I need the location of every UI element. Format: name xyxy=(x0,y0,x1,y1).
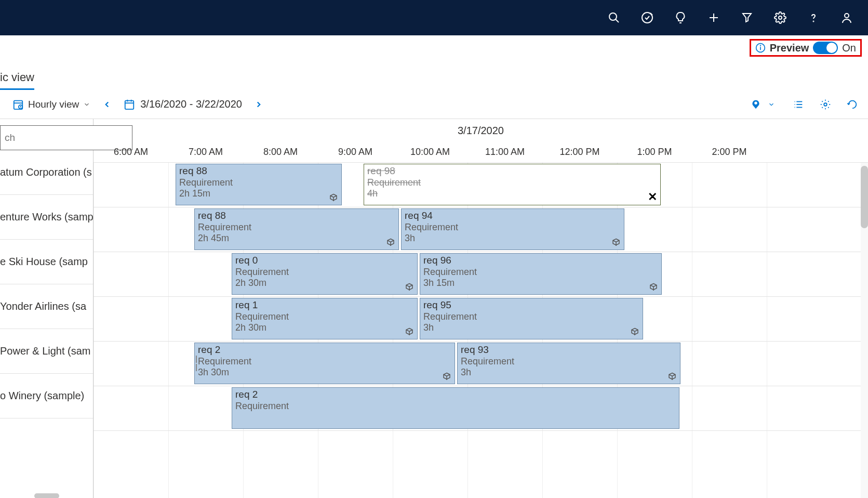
driving-dropdown[interactable] xyxy=(765,98,778,111)
schedule-grid: req 88Requirement2h 15mreq 98Requirement… xyxy=(94,163,868,498)
idea-icon[interactable] xyxy=(674,11,687,24)
booking-block[interactable]: req 88Requirement2h 45m xyxy=(194,208,399,250)
hour-cell: 8:00 AM xyxy=(243,142,318,162)
svg-line-1 xyxy=(616,19,619,22)
hour-cell: 11:00 AM xyxy=(468,142,542,162)
search-icon[interactable] xyxy=(607,11,621,24)
svg-line-3 xyxy=(650,13,652,15)
resource-hscroll[interactable] xyxy=(34,493,59,498)
timeline-vscroll[interactable] xyxy=(861,163,868,498)
help-icon[interactable] xyxy=(807,11,820,24)
booking-block[interactable]: req 95Requirement3h xyxy=(420,298,643,339)
resource-name: Yonder Airlines (sa xyxy=(0,300,86,312)
resource-row[interactable]: enture Works (samp xyxy=(0,195,93,240)
svg-point-25 xyxy=(824,103,827,106)
resource-name: atum Corporation (s xyxy=(0,166,92,178)
hour-cell: 10:00 AM xyxy=(393,142,468,162)
booking-subtitle: Requirement xyxy=(423,267,658,278)
resource-name: o Winery (sample) xyxy=(0,390,84,402)
hour-cell: 1:00 PM xyxy=(617,142,692,162)
add-icon[interactable] xyxy=(707,11,720,24)
date-range-picker[interactable]: 3/16/2020 - 3/22/2020 xyxy=(124,98,242,110)
booking-block[interactable]: req 94Requirement3h xyxy=(401,208,624,250)
booking-duration: 2h 15m xyxy=(179,188,338,200)
booking-duration: 2h 30m xyxy=(235,322,414,334)
preview-label: Preview xyxy=(770,42,809,54)
board-toolbar: Hourly view 3/16/2020 - 3/22/2020 xyxy=(0,90,868,119)
booking-title: req 0 xyxy=(235,255,414,267)
booking-subtitle: Requirement xyxy=(461,356,677,368)
booking-subtitle: Requirement xyxy=(235,267,414,278)
prev-week-button[interactable] xyxy=(100,97,114,112)
booking-block[interactable]: req 2Requirement3h 30m xyxy=(194,343,455,384)
hour-cell: 12:00 PM xyxy=(542,142,617,162)
list-view-icon[interactable] xyxy=(792,98,805,111)
booking-title: req 88 xyxy=(198,210,395,222)
chevron-down-icon xyxy=(83,101,90,108)
cube-icon xyxy=(329,193,339,204)
close-icon[interactable]: ✕ xyxy=(648,190,657,204)
refresh-icon[interactable] xyxy=(846,98,859,111)
booking-title: req 93 xyxy=(461,344,677,356)
booking-title: req 88 xyxy=(179,165,338,177)
next-week-button[interactable] xyxy=(251,97,266,112)
booking-title: req 96 xyxy=(423,255,658,267)
resource-column: atum Corporation (s enture Works (samp e… xyxy=(0,119,94,498)
booking-subtitle: Requirement xyxy=(235,311,414,323)
svg-point-8 xyxy=(845,14,849,18)
booking-title: req 95 xyxy=(423,299,639,311)
booking-duration: 3h 30m xyxy=(198,367,451,378)
booking-block[interactable]: req 93Requirement3h xyxy=(457,343,680,384)
hour-cell: 6:00 AM xyxy=(94,142,168,162)
view-mode-label: Hourly view xyxy=(28,99,79,110)
booking-block[interactable]: req 96Requirement3h 15m xyxy=(420,253,662,295)
booking-subtitle: Requirement xyxy=(179,177,338,189)
active-view-tab[interactable]: ic view xyxy=(0,71,868,88)
resource-row[interactable]: Power & Light (sam xyxy=(0,329,93,374)
date-header: 3/17/2020 xyxy=(94,119,868,142)
booking-duration: 3h xyxy=(461,367,677,378)
task-check-icon[interactable] xyxy=(640,11,654,24)
booking-title: req 1 xyxy=(235,299,414,311)
booking-subtitle: Requirement xyxy=(367,177,657,189)
booking-subtitle: Requirement xyxy=(405,222,621,233)
booking-subtitle: Requirement xyxy=(235,401,676,412)
preview-row: Preview On xyxy=(0,35,868,60)
cube-icon xyxy=(630,327,640,338)
cube-icon xyxy=(386,238,396,248)
hour-cell: 7:00 AM xyxy=(168,142,243,162)
settings-icon[interactable] xyxy=(773,11,787,24)
profile-icon[interactable] xyxy=(840,11,853,24)
booking-subtitle: Requirement xyxy=(198,222,395,233)
booking-title: req 98 xyxy=(367,165,657,177)
booking-title: req 2 xyxy=(235,389,676,401)
svg-point-6 xyxy=(779,16,782,19)
cube-icon xyxy=(611,238,622,248)
booking-subtitle: Requirement xyxy=(198,356,451,368)
svg-point-7 xyxy=(813,21,814,22)
board-settings-icon[interactable] xyxy=(819,98,832,111)
booking-block[interactable]: req 2Requirement xyxy=(232,387,679,429)
booking-duration: 3h xyxy=(423,322,639,334)
resource-name: Power & Light (sam xyxy=(0,345,91,357)
driving-icon[interactable] xyxy=(750,98,762,111)
booking-block[interactable]: req 88Requirement2h 15m xyxy=(176,164,342,205)
booking-duration: 3h 15m xyxy=(423,278,658,289)
resource-row[interactable]: e Ski House (samp xyxy=(0,240,93,284)
booking-duration: 2h 30m xyxy=(235,278,414,289)
view-mode-picker[interactable]: Hourly view xyxy=(12,99,90,110)
preview-toggle-box: Preview On xyxy=(750,39,862,57)
resource-row[interactable]: o Winery (sample) xyxy=(0,374,93,418)
booking-block[interactable]: req 0Requirement2h 30m xyxy=(232,253,418,295)
resource-row[interactable]: atum Corporation (s xyxy=(0,150,93,195)
booking-block[interactable]: req 1Requirement2h 30m xyxy=(232,298,418,339)
resource-row[interactable]: Yonder Airlines (sa xyxy=(0,284,93,329)
booking-block[interactable]: req 98Requirement4h✕ xyxy=(364,164,661,205)
svg-point-0 xyxy=(609,13,617,20)
svg-point-11 xyxy=(760,45,760,46)
filter-icon[interactable] xyxy=(740,11,754,24)
calendar-icon xyxy=(124,99,135,110)
booking-title: req 94 xyxy=(405,210,621,222)
preview-toggle[interactable] xyxy=(813,42,838,54)
cube-icon xyxy=(405,283,415,293)
